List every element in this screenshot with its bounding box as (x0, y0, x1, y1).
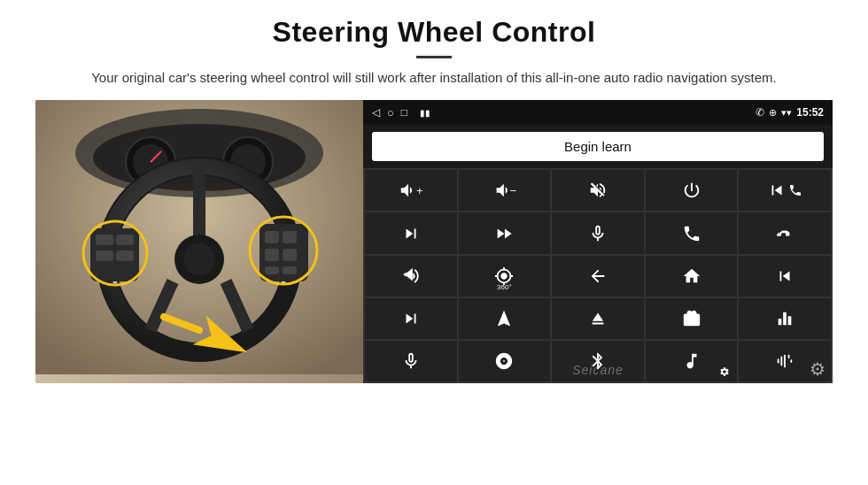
begin-learn-button[interactable]: Begin learn (372, 132, 824, 161)
status-bar: ◁ ○ □ ▮▮ ✆ ⊕ ▾▾ 15:52 (363, 100, 833, 125)
skip-forward-button[interactable] (365, 298, 457, 339)
next-track-button[interactable] (365, 212, 457, 253)
status-icons: ✆ ⊕ ▾▾ 15:52 (756, 106, 824, 119)
svg-rect-26 (283, 266, 297, 274)
svg-rect-19 (116, 250, 134, 261)
image-panel (35, 100, 363, 383)
hang-up-button[interactable] (739, 212, 831, 253)
page-container: Steering Wheel Control Your original car… (0, 0, 868, 383)
svg-rect-25 (265, 266, 279, 274)
android-panel: ◁ ○ □ ▮▮ ✆ ⊕ ▾▾ 15:52 Begin learn (363, 100, 833, 383)
phone-status-icon: ✆ (756, 106, 764, 119)
mic-button[interactable] (552, 212, 644, 253)
settings-gear-button[interactable]: ⚙ (810, 358, 825, 380)
radio-button[interactable] (646, 298, 738, 339)
svg-rect-16 (96, 235, 113, 245)
status-nav: ◁ ○ □ ▮▮ (372, 106, 430, 119)
subtitle: Your original car's steering wheel contr… (53, 67, 815, 88)
title-section: Steering Wheel Control Your original car… (35, 16, 833, 88)
back-button[interactable] (552, 256, 644, 296)
steering-wheel-illustration (35, 100, 363, 383)
power-button[interactable] (646, 170, 738, 211)
page-title: Steering Wheel Control (35, 16, 833, 49)
360-view-button[interactable]: 360° (459, 256, 551, 296)
title-divider (416, 56, 452, 58)
svg-rect-23 (265, 249, 279, 261)
cd-button[interactable] (459, 341, 551, 381)
svg-rect-17 (96, 250, 113, 261)
svg-rect-22 (283, 231, 297, 243)
svg-rect-24 (283, 249, 297, 261)
content-row: ◁ ○ □ ▮▮ ✆ ⊕ ▾▾ 15:52 Begin learn (35, 100, 833, 383)
nav-back-icon[interactable]: ◁ (372, 106, 380, 119)
vol-up-button[interactable]: + (365, 170, 457, 211)
phone-answer-button[interactable] (646, 212, 738, 253)
svg-point-14 (183, 243, 215, 275)
mic2-button[interactable] (365, 341, 457, 381)
controls-grid: + − (363, 168, 833, 383)
eject-button[interactable] (552, 298, 644, 339)
home-button[interactable] (646, 256, 738, 296)
vol-down-button[interactable]: − (459, 170, 551, 211)
nav-home-icon[interactable]: ○ (387, 106, 394, 119)
signal-icon: ▮▮ (420, 108, 430, 118)
svg-rect-21 (265, 231, 279, 243)
equalizer-button[interactable] (739, 298, 831, 339)
nav-recents-icon[interactable]: □ (401, 106, 407, 119)
begin-learn-row: Begin learn (363, 125, 833, 168)
horn-button[interactable] (365, 256, 457, 296)
phone-prev-button[interactable] (739, 170, 831, 211)
skip-back-button[interactable] (739, 256, 831, 296)
navigate-button[interactable] (459, 298, 551, 339)
vol-mute-button[interactable] (552, 170, 644, 211)
time-display: 15:52 (796, 106, 824, 119)
location-icon: ⊕ (769, 107, 777, 119)
wifi-icon: ▾▾ (781, 107, 792, 119)
fast-fwd-mute-button[interactable] (459, 212, 551, 253)
svg-rect-18 (116, 235, 134, 245)
music-settings-button[interactable] (646, 341, 738, 381)
bluetooth-button[interactable] (552, 341, 644, 381)
